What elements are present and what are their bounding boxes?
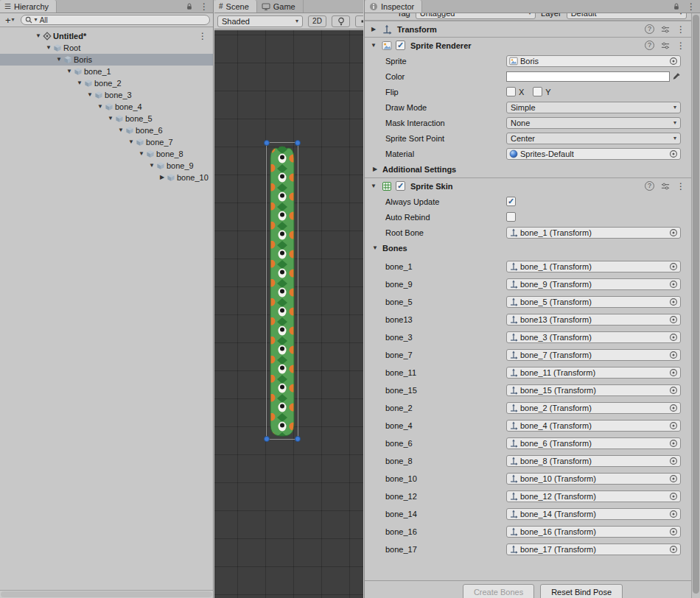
boris-sprite[interactable] [267,145,297,437]
hierarchy-row-bone-9[interactable]: ▼ bone_9 [0,160,213,172]
inspector-scrollbar[interactable] [691,13,700,598]
scrollbar-thumb[interactable] [1,591,212,597]
kebab-menu-icon[interactable]: ⋮ [676,25,685,34]
bone-object-field[interactable]: bone_12 (Transform) [506,490,681,502]
object-picker-icon[interactable] [669,404,678,412]
object-picker-icon[interactable] [669,228,678,237]
foldout-open-icon[interactable]: ▼ [116,127,125,133]
selection-handle[interactable] [295,140,301,146]
color-field[interactable] [506,71,670,82]
root-bone-object-field[interactable]: bone_1 (Transform) [506,227,681,239]
hierarchy-horizontal-scrollbar[interactable] [0,590,213,598]
mask-interaction-dropdown[interactable]: None ▾ [506,117,681,129]
component-header-sprite-renderer[interactable]: ▼ ✓ Sprite Renderer ? ⋮ [365,37,691,53]
object-picker-icon[interactable] [669,527,678,536]
selection-handle[interactable] [264,140,270,146]
tab-scene[interactable]: # Scene [214,0,257,13]
preset-icon[interactable] [661,41,670,50]
selection-handle[interactable] [264,436,270,442]
foldout-open-icon[interactable]: ▼ [369,43,378,49]
sprite-object-field[interactable]: Boris [506,55,681,67]
sprite-skin-enabled-checkbox[interactable]: ✓ [396,181,405,191]
preset-icon[interactable] [661,182,670,191]
component-header-sprite-skin[interactable]: ▼ ✓ Sprite Skin ? ⋮ [365,177,691,194]
foldout-closed-icon[interactable]: ▶ [369,27,378,32]
bone-object-field[interactable]: bone_10 (Transform) [506,473,681,485]
object-picker-icon[interactable] [669,492,678,501]
bone-object-field[interactable]: bone_7 (Transform) [506,349,681,361]
hierarchy-row-root[interactable]: ▼ Root [0,42,213,54]
flip-y-checkbox[interactable] [533,87,542,96]
bones-foldout[interactable]: ▼ Bones [365,240,691,256]
foldout-open-icon[interactable]: ▼ [106,116,115,122]
help-icon[interactable]: ? [645,41,654,50]
foldout-closed-icon[interactable]: ▶ [371,166,379,172]
flip-x-checkbox[interactable] [506,87,516,96]
scene-lighting-button[interactable] [332,15,350,27]
scene-viewport[interactable] [214,30,363,598]
object-picker-icon[interactable] [669,298,678,306]
bone-object-field[interactable]: bone_5 (Transform) [506,296,681,308]
foldout-open-icon[interactable]: ▼ [127,139,136,145]
create-object-button[interactable]: + ▾ [3,15,17,25]
bone-object-field[interactable]: bone_15 (Transform) [506,384,681,396]
additional-settings-foldout[interactable]: ▶ Additional Settings [365,161,691,177]
tab-game[interactable]: Game [257,0,304,13]
bone-object-field[interactable]: bone_16 (Transform) [506,526,681,538]
foldout-closed-icon[interactable]: ▶ [158,175,167,180]
hierarchy-row-bone-10[interactable]: ▶ bone_10 [0,172,213,183]
object-picker-icon[interactable] [669,333,678,342]
foldout-open-icon[interactable]: ▼ [34,33,43,39]
hierarchy-row-bone-6[interactable]: ▼ bone_6 [0,124,213,136]
object-picker-icon[interactable] [669,262,678,271]
hierarchy-row-bone-1[interactable]: ▼ bone_1 [0,66,213,77]
lock-icon[interactable] [673,3,680,10]
bone-object-field[interactable]: bone13 (Transform) [506,314,681,326]
foldout-open-icon[interactable]: ▼ [85,92,94,98]
foldout-open-icon[interactable]: ▼ [55,57,63,63]
component-header-transform[interactable]: ▶ Transform ? ⋮ [365,21,691,37]
layer-dropdown[interactable]: Default ▾ [567,13,687,19]
bone-object-field[interactable]: bone_14 (Transform) [506,508,681,520]
draw-mode-dropdown[interactable]: Simple ▾ [506,102,681,113]
bone-object-field[interactable]: bone_3 (Transform) [506,331,681,343]
sprite-renderer-enabled-checkbox[interactable]: ✓ [396,41,405,50]
object-picker-icon[interactable] [669,457,678,465]
scene-kebab-icon[interactable]: ⋮ [198,32,207,41]
object-picker-icon[interactable] [669,150,678,158]
always-update-checkbox[interactable]: ✓ [506,197,516,206]
object-picker-icon[interactable] [669,57,678,66]
hierarchy-row-scene[interactable]: ▼ Untitled* ⋮ [0,30,213,42]
foldout-open-icon[interactable]: ▼ [75,80,84,86]
foldout-open-icon[interactable]: ▼ [65,68,74,74]
kebab-menu-icon[interactable]: ⋮ [676,182,685,191]
hierarchy-row-bone-2[interactable]: ▼ bone_2 [0,77,213,89]
sprite-sort-point-dropdown[interactable]: Center ▾ [506,133,681,144]
object-picker-icon[interactable] [669,280,678,289]
hierarchy-row-bone-7[interactable]: ▼ bone_7 [0,136,213,148]
kebab-menu-icon[interactable]: ⋮ [676,41,685,50]
object-picker-icon[interactable] [669,439,678,448]
foldout-open-icon[interactable]: ▼ [137,151,146,157]
auto-rebind-checkbox[interactable] [506,212,516,222]
bone-object-field[interactable]: bone_1 (Transform) [506,261,681,272]
kebab-menu-icon[interactable]: ⋮ [687,2,696,11]
kebab-menu-icon[interactable]: ⋮ [200,2,209,11]
bone-object-field[interactable]: bone_11 (Transform) [506,367,681,379]
bone-object-field[interactable]: bone_8 (Transform) [506,455,681,467]
foldout-open-icon[interactable]: ▼ [147,163,156,169]
scrollbar-thumb[interactable] [693,15,699,594]
tab-inspector[interactable]: Inspector [365,0,422,13]
help-icon[interactable]: ? [645,24,654,34]
hierarchy-row-boris[interactable]: ▼ Boris [0,54,213,66]
help-icon[interactable]: ? [645,181,654,191]
foldout-open-icon[interactable]: ▼ [369,183,378,189]
object-picker-icon[interactable] [669,386,678,395]
bone-object-field[interactable]: bone_4 (Transform) [506,420,681,432]
eyedropper-icon[interactable] [672,72,681,81]
bone-object-field[interactable]: bone_9 (Transform) [506,278,681,290]
selection-handle[interactable] [295,436,301,442]
material-object-field[interactable]: Sprites-Default [506,148,681,160]
bone-object-field[interactable]: bone_2 (Transform) [506,402,681,414]
object-picker-icon[interactable] [669,421,678,430]
